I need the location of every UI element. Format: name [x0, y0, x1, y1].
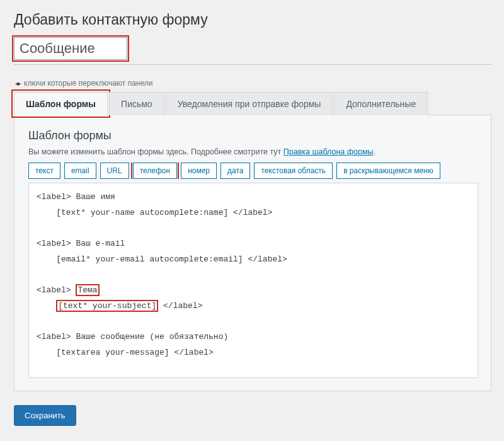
save-button[interactable]: Сохранить — [14, 405, 76, 426]
tag-tel[interactable]: телефон — [133, 163, 178, 179]
section-description: Вы можете изменить шаблон формы здесь. П… — [28, 147, 478, 156]
tag-textarea[interactable]: текстовая область — [254, 163, 333, 179]
tag-dropdown[interactable]: в раскрывающемся меню — [336, 163, 440, 179]
form-template-textarea[interactable]: <label> Ваше имя [text* your-name autoco… — [28, 183, 478, 378]
section-title: Шаблон формы — [28, 129, 478, 142]
tab-mail[interactable]: Письмо — [109, 92, 164, 115]
tabs-bar: Шаблон формы Письмо Уведомления при отпр… — [14, 91, 491, 115]
tab-additional[interactable]: Дополнительные — [334, 92, 428, 115]
page-title: Добавить контактную форму — [14, 11, 491, 28]
tag-generator-row: текст email URL телефон номер дата текст… — [28, 163, 478, 179]
tag-date[interactable]: дата — [220, 163, 250, 179]
form-template-panel: Шаблон формы Вы можете изменить шаблон ф… — [14, 115, 491, 391]
doc-link[interactable]: Правка шаблона формы — [284, 147, 374, 156]
triangle-left-right-icon: ◂▸ — [15, 79, 20, 88]
tag-url[interactable]: URL — [100, 163, 129, 179]
highlight-subject-tag: [text* your-subject] — [56, 300, 158, 312]
panel-hint-text: ключи которые переключают панели — [24, 79, 152, 88]
tab-form-template[interactable]: Шаблон формы — [14, 92, 108, 115]
tag-text[interactable]: текст — [28, 163, 60, 179]
tab-messages[interactable]: Уведомления при отправке формы — [166, 92, 333, 115]
highlight-subject-label: Тема — [76, 284, 99, 296]
tag-number[interactable]: номер — [181, 163, 217, 179]
tag-email[interactable]: email — [64, 163, 96, 179]
form-title-input[interactable] — [14, 37, 127, 60]
panel-toggle-hint: ◂▸ ключи которые переключают панели — [15, 79, 491, 88]
